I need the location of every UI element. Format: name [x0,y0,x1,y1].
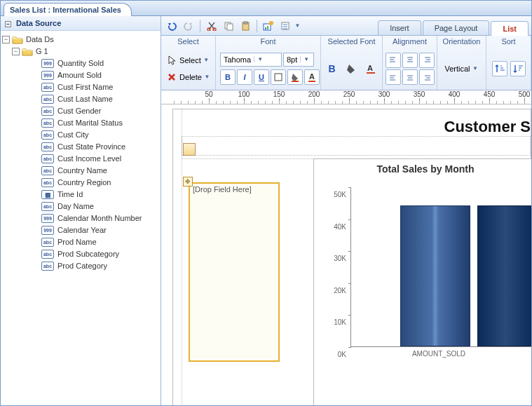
ribbon: Select Select ▼ Delete ▼ [161,36,531,90]
chart-bar [477,205,531,346]
copy-button[interactable] [221,18,236,34]
font-size-combo[interactable]: 8pt▼ [283,53,314,67]
tree-field[interactable]: 999Calendar Year [2,224,159,236]
tree-field[interactable]: abcCountry Name [2,165,159,177]
align-bottom-left-button[interactable] [386,69,401,85]
chart-plot-area: AMOUNT_SOLD [350,187,531,347]
text-field-icon: abc [41,107,54,116]
tab-insert[interactable]: Insert [378,20,421,35]
tree-field[interactable]: abcCust Income Level [2,153,159,165]
tree-field[interactable]: abcProd Category [2,260,159,272]
orientation-button[interactable]: Vertical ▼ [441,62,482,75]
collapse-icon[interactable]: − [12,48,20,55]
border-button[interactable] [271,69,286,85]
font-name-combo[interactable]: Tahoma▼ [220,53,282,67]
tree-item-label: Cust Marital Status [57,117,123,129]
svg-rect-14 [308,81,315,82]
tree-item-label: Prod Category [57,260,107,272]
chart-panel[interactable]: Total Sales by Month 0K10K20K30K40K50K A… [313,158,531,406]
chart-bar [400,205,470,346]
dropdown-arrow-icon[interactable]: ▼ [294,22,301,29]
text-field-icon: abc [41,83,54,92]
tree-field[interactable]: abcDay Name [2,201,159,212]
tree-item-label: Calendar Month Number [57,212,142,224]
bold-button[interactable]: B [220,69,236,85]
redo-button[interactable] [181,18,196,34]
tree-item-label: Day Name [57,201,94,212]
tree-item-label: Cust Gender [57,105,101,117]
delete-button[interactable]: Delete ▼ [163,69,214,85]
tree-item-label: Country Name [57,165,107,177]
align-top-right-button[interactable] [419,53,435,68]
tree-field[interactable]: 999Calendar Month Number [2,212,159,224]
fill-color-button[interactable] [287,69,303,85]
text-field-icon: abc [41,154,54,163]
folder-icon [12,35,23,44]
svg-point-9 [269,21,273,25]
tree-field[interactable]: abcCust Last Name [2,93,159,105]
tree-field[interactable]: ▦Time Id [2,189,159,201]
font-color-button[interactable]: A [304,69,320,85]
tree-field[interactable]: abcCust City [2,129,159,141]
tree-field[interactable]: abcCust First Name [2,81,159,93]
tree-item-label: Calendar Year [57,224,107,236]
drop-field-region[interactable]: ✥ [Drop Field Here] [189,182,280,362]
chart-y-axis: 0K10K20K30K40K50K [321,187,349,391]
ribbon-group-selected-font: Selected Font B A [321,36,383,90]
selected-color-button[interactable]: A [364,61,379,76]
tree-field[interactable]: abcCust Marital Status [2,117,159,129]
select-button[interactable]: Select ▼ [163,53,213,68]
tree-field[interactable]: abcCust Gender [2,105,159,117]
tree-group[interactable]: − G 1 [2,46,159,57]
options-button[interactable] [278,18,293,34]
tab-page-layout[interactable]: Page Layout [423,20,490,35]
tree-field[interactable]: 999Amount Sold [2,69,159,81]
tree-field[interactable]: abcCust State Province [2,141,159,153]
sort-desc-button[interactable] [510,61,526,76]
svg-rect-5 [244,22,247,24]
tree-item-label: Prod Name [57,236,97,248]
italic-button[interactable]: I [237,69,252,85]
report-title[interactable]: Customer S [444,118,531,136]
tab-list[interactable]: List [491,21,528,36]
table-icon[interactable] [183,143,196,156]
tree-field[interactable]: abcProd Subcategory [2,248,159,260]
dropdown-arrow-icon: ▼ [472,65,479,72]
tree-field[interactable]: abcProd Name [2,236,159,248]
selected-bold-button[interactable]: B [325,61,340,76]
data-source-tree[interactable]: − Data Ds − G 1 999Quantity Sold999Amoun… [1,31,161,275]
tree-item-label: Time Id [57,189,83,201]
undo-button[interactable] [164,18,179,34]
align-bottom-center-button[interactable] [402,69,418,85]
underline-button[interactable]: U [254,69,269,85]
selected-fill-button[interactable] [344,61,360,76]
align-top-center-button[interactable] [402,53,418,68]
tree-field[interactable]: abcCountry Region [2,177,159,189]
sort-asc-button[interactable] [492,61,507,76]
chart-body: 0K10K20K30K40K50K AMOUNT_SOLD [321,180,531,405]
svg-rect-7 [265,27,266,29]
collapse-icon[interactable]: − [2,36,10,43]
align-top-left-button[interactable] [386,53,401,68]
svg-rect-12 [292,81,299,82]
tree-field[interactable]: 999Quantity Sold [2,57,159,69]
tree-root[interactable]: − Data Ds [2,34,159,46]
data-source-panel: − Data Source − Data Ds − G 1 999Quantit… [1,16,161,406]
move-handle-icon[interactable]: ✥ [183,177,193,187]
insert-component-button[interactable] [261,18,276,34]
paste-button[interactable] [238,18,253,34]
window-titlebar: Sales List : International Sales [1,1,531,16]
ribbon-group-alignment: Alignment [383,36,437,90]
text-field-icon: abc [41,119,54,128]
align-bottom-right-button[interactable] [419,69,435,85]
design-canvas[interactable]: Customer S ✥ [Drop Field Here] Total Sal… [161,104,531,406]
drop-field-hint: [Drop Field Here] [190,184,278,195]
cut-button[interactable] [204,18,219,34]
tree-item-label: Cust State Province [57,141,125,153]
number-field-icon: 999 [41,214,54,223]
delete-icon [166,72,177,83]
folder-icon [22,47,33,56]
text-field-icon: abc [41,262,54,271]
tree-item-label: Amount Sold [57,69,102,81]
dropdown-arrow-icon: ▼ [203,57,210,63]
